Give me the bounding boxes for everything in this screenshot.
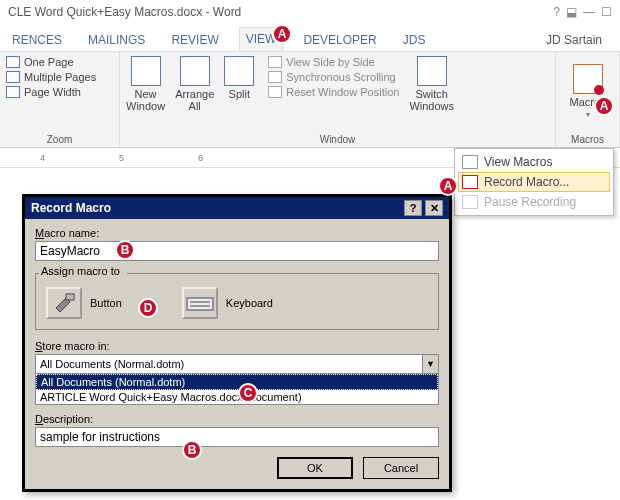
- new-window-icon: [131, 56, 161, 86]
- assign-to-button[interactable]: Button: [46, 287, 122, 319]
- chevron-down-icon: ▾: [586, 110, 590, 119]
- menu-record-macro[interactable]: Record Macro...: [458, 172, 610, 192]
- description-input[interactable]: [35, 427, 439, 447]
- ribbon-collapse-icon[interactable]: ⬓: [566, 5, 577, 19]
- dialog-title: Record Macro: [31, 201, 111, 215]
- store-option[interactable]: All Documents (Normal.dotm): [36, 374, 438, 390]
- macro-name-label: Macro name:: [35, 227, 439, 239]
- minimize-icon[interactable]: —: [583, 5, 595, 19]
- hammer-icon: [46, 287, 82, 319]
- ribbon-group-label: Window: [126, 134, 549, 145]
- new-window-button[interactable]: New Window: [126, 56, 165, 112]
- menu-pause-recording: Pause Recording: [458, 192, 610, 212]
- macros-icon: [573, 64, 603, 94]
- macros-dropdown: View Macros Record Macro... Pause Record…: [454, 148, 614, 216]
- ribbon-tabs: RENCES MAILINGS REVIEW VIEW DEVELOPER JD…: [0, 24, 620, 52]
- sync-scroll-icon: [268, 71, 282, 83]
- ok-button[interactable]: OK: [277, 457, 353, 479]
- assign-to-keyboard[interactable]: Keyboard: [182, 287, 273, 319]
- arrange-all-button[interactable]: Arrange All: [175, 56, 214, 112]
- switch-windows-icon: [417, 56, 447, 86]
- view-macros-icon: [462, 155, 478, 169]
- badge-c: C: [238, 383, 258, 403]
- multiple-pages-button[interactable]: Multiple Pages: [6, 71, 113, 83]
- switch-windows-button[interactable]: Switch Windows: [409, 56, 454, 112]
- description-label: Description:: [35, 413, 439, 425]
- page-width-button[interactable]: Page Width: [6, 86, 113, 98]
- store-option[interactable]: ARTICLE Word Quick+Easy Macros.docx (doc…: [36, 390, 438, 404]
- tab-review[interactable]: REVIEW: [165, 29, 224, 51]
- svg-rect-1: [187, 298, 213, 310]
- chevron-down-icon[interactable]: ▼: [422, 355, 438, 373]
- dialog-close-button[interactable]: ✕: [425, 200, 443, 216]
- svg-rect-0: [66, 294, 74, 300]
- tab-mailings[interactable]: MAILINGS: [82, 29, 151, 51]
- maximize-icon[interactable]: ☐: [601, 5, 612, 19]
- dialog-help-button[interactable]: ?: [404, 200, 422, 216]
- pause-icon: [462, 195, 478, 209]
- tab-developer[interactable]: DEVELOPER: [297, 29, 382, 51]
- sync-scrolling-button: Synchronous Scrolling: [268, 71, 399, 83]
- ribbon: One Page Multiple Pages Page Width Zoom …: [0, 52, 620, 148]
- keyboard-icon: [182, 287, 218, 319]
- document-title: CLE Word Quick+Easy Macros.docx - Word: [8, 5, 241, 19]
- badge-d: D: [138, 298, 158, 318]
- split-icon: [224, 56, 254, 86]
- one-page-button[interactable]: One Page: [6, 56, 113, 68]
- badge-b: B: [182, 440, 202, 460]
- badge-b: B: [115, 240, 135, 260]
- record-macro-dialog: Record Macro ? ✕ Macro name: Assign macr…: [22, 194, 452, 492]
- cancel-button[interactable]: Cancel: [363, 457, 439, 479]
- multiple-pages-icon: [6, 71, 20, 83]
- split-button[interactable]: Split: [224, 56, 254, 100]
- tab-jds[interactable]: JDS: [397, 29, 432, 51]
- help-icon[interactable]: ?: [553, 5, 560, 19]
- dialog-title-bar: Record Macro ? ✕: [25, 197, 449, 219]
- menu-view-macros[interactable]: View Macros: [458, 152, 610, 172]
- one-page-icon: [6, 56, 20, 68]
- reset-position-icon: [268, 86, 282, 98]
- page-width-icon: [6, 86, 20, 98]
- ribbon-group-label: Macros: [562, 134, 613, 145]
- macro-name-input[interactable]: [35, 241, 439, 261]
- store-macro-options: All Documents (Normal.dotm) ARTICLE Word…: [35, 374, 439, 405]
- store-macro-label: Store macro in:: [35, 340, 439, 352]
- ribbon-group-label: Zoom: [6, 134, 113, 145]
- title-bar: CLE Word Quick+Easy Macros.docx - Word ?…: [0, 0, 620, 24]
- record-macro-icon: [462, 175, 478, 189]
- account-user[interactable]: JD Sartain: [540, 29, 608, 51]
- ribbon-group-window: New Window Arrange All Split View Side b…: [120, 52, 556, 147]
- view-side-by-side-button[interactable]: View Side by Side: [268, 56, 399, 68]
- reset-window-position-button: Reset Window Position: [268, 86, 399, 98]
- badge-a: A: [272, 24, 292, 44]
- tab-references[interactable]: RENCES: [6, 29, 68, 51]
- badge-a: A: [438, 176, 458, 196]
- store-macro-combo[interactable]: All Documents (Normal.dotm) ▼: [35, 354, 439, 374]
- arrange-all-icon: [180, 56, 210, 86]
- badge-a: A: [594, 96, 614, 116]
- side-by-side-icon: [268, 56, 282, 68]
- ribbon-group-zoom: One Page Multiple Pages Page Width Zoom: [0, 52, 120, 147]
- assign-macro-fieldset: Assign macro to Button Keyboard: [35, 273, 439, 330]
